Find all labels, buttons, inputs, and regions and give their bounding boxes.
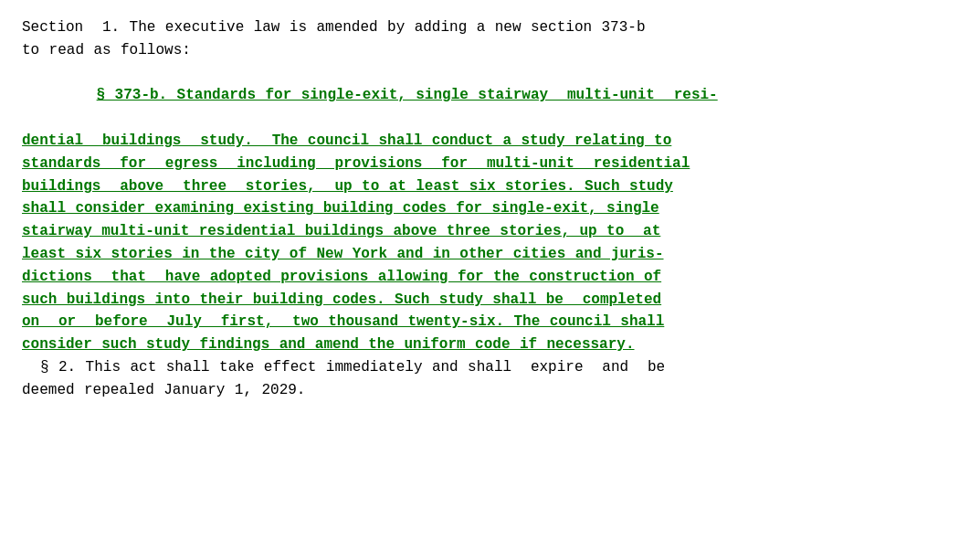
amended-line: stairway multi-unit residential building… — [22, 223, 660, 239]
section2-text: § 2. This act shall take effect immediat… — [22, 356, 958, 402]
amended-block: dential buildings study. The council sha… — [22, 130, 958, 356]
section-heading: § 373-b. Standards for single-exit, sing… — [97, 87, 718, 103]
amended-line: on or before July first, two thousand tw… — [22, 313, 664, 330]
document-container: Section 1. The executive law is amended … — [22, 16, 958, 402]
amended-line: least six stories in the city of New Yor… — [22, 246, 664, 262]
section1-intro: Section 1. The executive law is amended … — [22, 16, 958, 62]
amended-line: such buildings into their building codes… — [22, 291, 661, 308]
amended-line: shall consider examining existing buildi… — [22, 200, 659, 217]
amended-line: dential buildings study. The council sha… — [22, 132, 671, 149]
amended-line: dictions that have adopted provisions al… — [22, 269, 661, 285]
amended-line: consider such study findings and amend t… — [22, 336, 635, 353]
amended-line: standards for egress including provision… — [22, 155, 690, 172]
amended-line: buildings above three stories, up to at … — [22, 178, 673, 195]
